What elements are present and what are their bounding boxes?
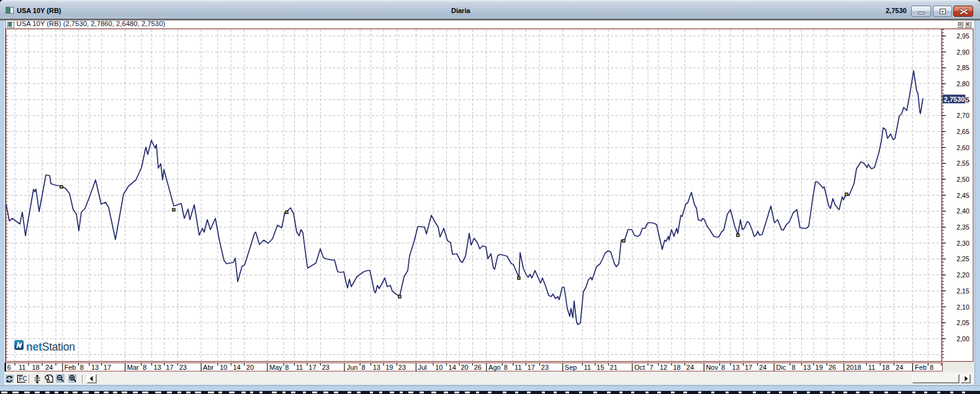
svg-text:17: 17 (745, 364, 752, 371)
svg-text:20: 20 (246, 364, 254, 371)
svg-text:13: 13 (732, 364, 739, 371)
svg-text:19: 19 (385, 364, 393, 371)
svg-text:11: 11 (868, 364, 875, 371)
svg-text:2018: 2018 (846, 364, 861, 371)
svg-text:8: 8 (80, 364, 84, 371)
svg-text:10: 10 (435, 364, 443, 371)
svg-text:24: 24 (45, 364, 53, 371)
svg-text:Jun: Jun (347, 364, 358, 371)
svg-text:23: 23 (179, 364, 187, 371)
svg-text:26: 26 (474, 364, 482, 371)
svg-text:11: 11 (515, 364, 521, 371)
svg-text:Mar: Mar (127, 364, 139, 371)
svg-text:13: 13 (154, 364, 161, 371)
svg-text:14: 14 (449, 364, 456, 371)
svg-text:8: 8 (721, 364, 725, 371)
svg-text:19: 19 (816, 364, 823, 371)
svg-text:17: 17 (308, 364, 316, 371)
svg-text:8: 8 (792, 364, 796, 371)
svg-text:21: 21 (610, 364, 618, 371)
svg-text:10: 10 (220, 364, 227, 371)
svg-text:11: 11 (19, 364, 25, 371)
svg-text:24: 24 (896, 364, 903, 371)
svg-text:12: 12 (660, 364, 667, 371)
svg-text:7: 7 (649, 364, 653, 371)
svg-text:Feb: Feb (915, 364, 927, 371)
svg-text:17: 17 (104, 364, 111, 371)
svg-text:18: 18 (882, 364, 889, 371)
svg-text:24: 24 (686, 364, 694, 371)
svg-text:23: 23 (541, 364, 549, 371)
svg-text:Oct: Oct (634, 364, 645, 371)
svg-text:18: 18 (673, 364, 680, 371)
svg-text:15: 15 (596, 364, 604, 371)
svg-text:8: 8 (362, 364, 366, 371)
svg-text:13: 13 (803, 364, 811, 371)
svg-text:14: 14 (233, 364, 240, 371)
svg-text:24: 24 (759, 364, 766, 371)
svg-text:FC: FC (19, 375, 26, 382)
svg-text:8: 8 (285, 364, 289, 371)
svg-text:Sep: Sep (565, 364, 577, 371)
svg-text:Abr: Abr (203, 364, 214, 371)
svg-text:Dic: Dic (776, 364, 786, 371)
svg-text:May: May (269, 364, 282, 371)
svg-text:13: 13 (91, 364, 99, 371)
svg-text:26: 26 (829, 364, 836, 371)
svg-text:Feb: Feb (65, 364, 76, 371)
svg-text:17: 17 (166, 364, 173, 371)
svg-text:6: 6 (7, 364, 11, 371)
svg-text:8: 8 (930, 364, 933, 371)
svg-text:8: 8 (143, 364, 146, 371)
svg-text:11: 11 (584, 364, 591, 371)
svg-text:23: 23 (398, 364, 406, 371)
svg-text:20: 20 (461, 364, 468, 371)
svg-text:18: 18 (32, 364, 40, 371)
svg-text:13: 13 (373, 364, 380, 371)
svg-text:11: 11 (296, 364, 303, 371)
svg-text:23: 23 (322, 364, 330, 371)
svg-text:Nov: Nov (706, 364, 718, 371)
svg-text:17: 17 (528, 364, 535, 371)
svg-text:Ago: Ago (488, 364, 501, 371)
svg-text:8: 8 (504, 364, 508, 371)
svg-text:Jul: Jul (418, 364, 427, 371)
